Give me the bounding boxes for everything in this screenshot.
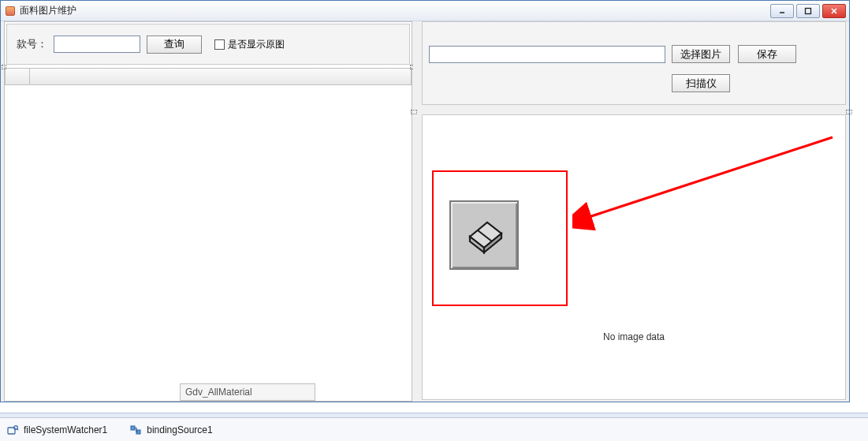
svg-line-9 [587, 137, 833, 218]
image-path-input[interactable] [429, 46, 665, 63]
titlebar[interactable]: 面料图片维护 [1, 1, 849, 21]
grid-corner[interactable] [5, 68, 30, 85]
select-image-button[interactable]: 选择图片 [672, 45, 730, 63]
child-window: 面料图片维护 款号： 查询 [0, 0, 850, 402]
no-image-label: No image data [423, 331, 845, 342]
right-panel: 选择图片 保存 扫描仪 [417, 21, 846, 402]
image-controls-panel: 选择图片 保存 扫描仪 [422, 21, 846, 105]
annotation-box [432, 170, 568, 306]
grid-header-blank [30, 68, 412, 85]
scanner-button[interactable]: 扫描仪 [672, 74, 730, 92]
window-title: 面料图片维护 [20, 4, 76, 17]
tray-item-label: bindingSource1 [147, 424, 212, 435]
close-button[interactable] [822, 4, 846, 18]
svg-rect-1 [806, 8, 811, 13]
query-button[interactable]: 查询 [147, 36, 202, 54]
show-original-label: 是否显示原图 [228, 38, 285, 51]
save-button[interactable]: 保存 [738, 45, 796, 63]
minimize-button[interactable] [770, 4, 794, 18]
show-original-checkbox[interactable]: 是否显示原图 [214, 38, 285, 51]
style-input[interactable] [54, 36, 140, 53]
file-watcher-icon [6, 424, 19, 436]
resize-handle[interactable] [2, 65, 6, 69]
minimize-icon [778, 7, 786, 15]
grid-region[interactable] [5, 68, 412, 401]
left-panel: 款号： 查询 是否显示原图 Gdv_AllMaterial [4, 21, 412, 402]
image-preview: No image data [422, 114, 846, 400]
checkbox-icon [214, 39, 225, 50]
maximize-icon [804, 7, 812, 15]
binding-source-icon [129, 424, 142, 436]
tray-item-watcher[interactable]: fileSystemWatcher1 [6, 424, 107, 436]
annotation-arrow-icon [572, 131, 840, 257]
form-icon [4, 5, 17, 17]
style-label: 款号： [17, 37, 47, 51]
maximize-button[interactable] [796, 4, 820, 18]
svg-line-12 [17, 428, 19, 430]
grid-header [5, 68, 412, 85]
horizontal-splitter[interactable] [417, 108, 846, 114]
search-bar: 款号： 查询 是否显示原图 [6, 24, 410, 65]
close-icon [830, 7, 838, 15]
grid-designer-tag[interactable]: Gdv_AllMaterial [180, 383, 315, 401]
component-tray: fileSystemWatcher1 bindingSource1 [0, 417, 868, 441]
tray-item-label: fileSystemWatcher1 [24, 424, 107, 435]
svg-rect-13 [131, 426, 135, 430]
tray-item-binding[interactable]: bindingSource1 [129, 424, 212, 436]
